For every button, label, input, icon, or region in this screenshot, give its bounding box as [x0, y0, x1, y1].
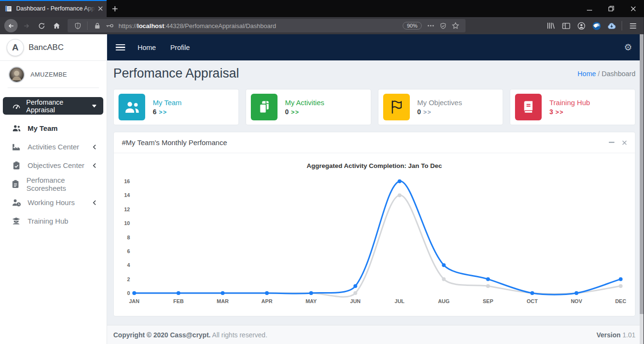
version-value: 1.01 [623, 331, 635, 339]
svg-text:DEC: DEC [615, 298, 626, 304]
sidebar-item-perfomance-scoresheets[interactable]: Perfomance Scoresheets [0, 175, 107, 193]
sidebar-item-label: Training Hub [28, 217, 68, 225]
card-title: My Team [153, 98, 182, 108]
sidebar-item-training-hub[interactable]: Training Hub [0, 212, 107, 230]
sidebar: A BancABC AMUZEMBE Perfomance Appraisal … [0, 34, 107, 344]
sidebar-item-my-team[interactable]: My Team [0, 119, 107, 138]
panel-close-icon[interactable] [622, 140, 627, 145]
module-dropdown-performance-appraisal[interactable]: Perfomance Appraisal [3, 97, 103, 115]
page-scrollbar[interactable] [640, 34, 644, 344]
svg-text:0: 0 [127, 290, 130, 296]
tab-title: Dashboard - Perfomance Appra [16, 5, 95, 12]
sidebar-item-working-hours[interactable]: Working Hours [0, 193, 107, 212]
chevron-left-icon [93, 200, 96, 206]
card-link-arrows[interactable]: >> [555, 109, 564, 116]
monthly-performance-panel: #My Team's Monthly Perfomance Aggregated… [113, 132, 635, 316]
nav-link-home[interactable]: Home [138, 44, 156, 51]
breadcrumb-home-link[interactable]: Home [577, 70, 596, 78]
window-close-button[interactable] [622, 0, 644, 17]
svg-text:NOV: NOV [571, 298, 583, 304]
svg-text:SEP: SEP [483, 298, 493, 304]
sidebar-item-objectives-center[interactable]: Objectives Center [0, 156, 107, 175]
bancabc-logo: A [7, 39, 24, 56]
version-label: Version [596, 331, 621, 339]
card-link-arrows[interactable]: >> [291, 109, 300, 116]
user-graduate-icon [11, 216, 21, 226]
card-my-team[interactable]: My Team 6>> [113, 89, 239, 125]
window-minimize-button[interactable] [578, 0, 600, 17]
clipboard-list-icon [11, 179, 20, 189]
page-favicon-icon [5, 5, 12, 12]
library-icon[interactable] [544, 19, 558, 33]
sidebar-item-label: Perfomance Scoresheets [26, 176, 96, 192]
sidebar-item-label: Working Hours [28, 198, 75, 206]
back-button[interactable] [4, 19, 18, 33]
user-clock-icon [11, 198, 21, 207]
tracking-protection-shield-icon[interactable] [71, 20, 84, 32]
page-title: Perfomance Appraisal [113, 66, 239, 81]
eagle-extension-icon[interactable] [589, 19, 604, 33]
sidebar-collapse-hamburger-icon[interactable] [116, 44, 125, 51]
card-link-arrows[interactable]: >> [159, 109, 168, 116]
card-my-objectives[interactable]: My Objectives 0>> [378, 89, 504, 125]
top-navbar: Home Profile [107, 34, 644, 60]
bookmark-star-icon[interactable] [449, 20, 462, 32]
panel-minimize-icon[interactable] [609, 142, 614, 143]
cloud-download-icon[interactable] [604, 19, 619, 33]
browser-tab[interactable]: Dashboard - Perfomance Appra [0, 0, 107, 17]
nav-link-profile[interactable]: Profile [170, 44, 190, 51]
tab-close-icon[interactable] [98, 6, 103, 11]
svg-text:FEB: FEB [173, 298, 184, 304]
page-actions-dots-icon[interactable] [425, 20, 437, 32]
lock-icon[interactable] [91, 20, 103, 32]
menu-hamburger-icon[interactable] [626, 19, 640, 33]
copy-icon [251, 94, 277, 120]
window-restore-button[interactable] [600, 0, 622, 17]
user-profile[interactable]: AMUZEMBE [0, 61, 107, 88]
sidebar-item-label: Activities Center [28, 143, 79, 151]
svg-text:12: 12 [124, 206, 130, 212]
card-my-activities[interactable]: My Activities 0>> [246, 89, 371, 125]
home-button[interactable] [50, 19, 64, 33]
svg-text:AUG: AUG [438, 298, 449, 304]
sidebar-toggle-icon[interactable] [559, 19, 573, 33]
browser-tabstrip: Dashboard - Perfomance Appra [0, 0, 644, 17]
clipboard-check-icon [11, 161, 21, 170]
url-text[interactable]: https://localhost:44328/PerfomanceApprai… [119, 22, 400, 29]
account-icon[interactable] [574, 19, 588, 33]
svg-text:14: 14 [124, 192, 130, 198]
new-tab-button[interactable] [107, 0, 123, 17]
module-label: Perfomance Appraisal [26, 98, 87, 114]
sidebar-item-activities-center[interactable]: Activities Center [0, 138, 107, 156]
svg-text:JUN: JUN [350, 298, 361, 304]
forward-button[interactable] [19, 19, 33, 33]
industry-icon [11, 142, 21, 152]
users-icon [11, 124, 21, 133]
svg-text:4: 4 [127, 262, 130, 268]
svg-text:6: 6 [127, 248, 130, 254]
card-count: 0 [417, 108, 421, 116]
chevron-left-icon [93, 163, 96, 168]
svg-text:16: 16 [124, 178, 130, 184]
brand[interactable]: A BancABC [0, 34, 107, 61]
reload-button[interactable] [34, 19, 49, 33]
card-link-arrows[interactable]: >> [423, 109, 432, 116]
card-title: My Objectives [417, 98, 462, 108]
zoom-level-badge[interactable]: 90% [403, 22, 422, 29]
gear-icon[interactable] [624, 43, 632, 52]
tachometer-icon [12, 102, 20, 109]
card-title: My Activities [285, 98, 325, 108]
breadcrumb-current: Dashboard [602, 70, 635, 78]
svg-text:JAN: JAN [129, 298, 139, 304]
svg-text:2: 2 [127, 276, 130, 282]
address-bar[interactable]: https://localhost:44328/PerfomanceApprai… [68, 19, 466, 32]
users-icon [119, 94, 145, 120]
performance-chart[interactable]: Aggregated Activity Completion: Jan To D… [114, 155, 635, 312]
brand-name: BancABC [29, 43, 64, 52]
footer: Copyright © 2020 Cass@crypt. All rights … [107, 325, 644, 344]
saved-login-key-icon[interactable] [103, 20, 116, 32]
card-training-hub[interactable]: Training Hub 3>> [510, 89, 635, 125]
flag-icon [383, 94, 410, 120]
shield-check-icon[interactable] [437, 20, 449, 32]
scrollbar-thumb[interactable] [640, 34, 644, 314]
